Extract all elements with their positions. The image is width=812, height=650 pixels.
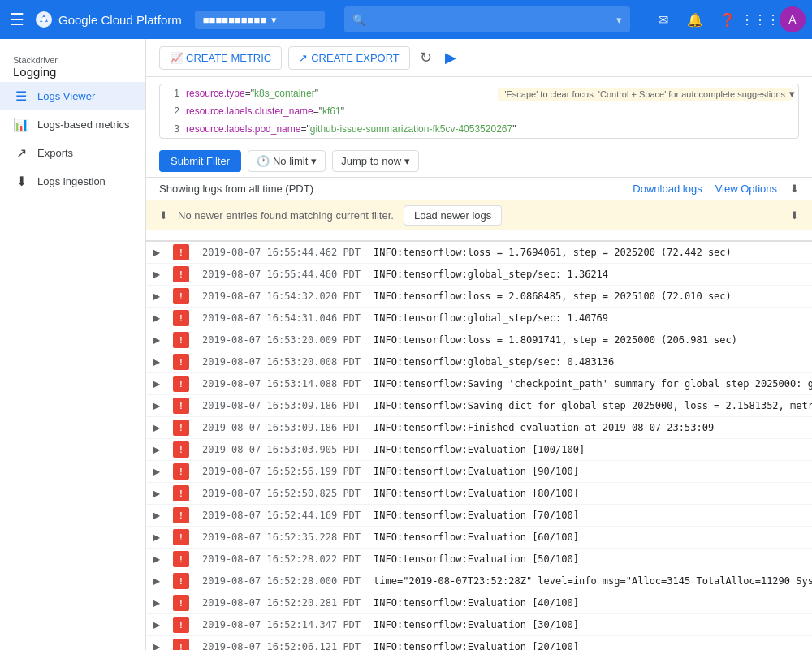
severity-badge: ! [173, 354, 189, 370]
expand-icon[interactable]: ▶ [153, 378, 160, 390]
create-metric-icon: 📈 [170, 52, 183, 64]
expand-icon[interactable]: ▶ [153, 356, 160, 368]
row-expand[interactable]: ▶ [146, 614, 166, 636]
filter-collapse-icon[interactable]: ▾ [789, 88, 795, 100]
expand-icon[interactable]: ▶ [153, 619, 160, 631]
user-avatar[interactable]: A [780, 6, 806, 32]
sidebar-item-logs-viewer[interactable]: ☰ Logs Viewer [0, 82, 145, 110]
create-export-button[interactable]: ↗ CREATE EXPORT [288, 46, 410, 70]
table-row: ▶ ! 2019-08-07 16:52:44.169 PDT INFO:ten… [146, 505, 812, 527]
row-severity: ! [166, 505, 196, 527]
chevron-down-icon: ▾ [311, 155, 317, 167]
row-expand[interactable]: ▶ [146, 636, 166, 651]
row-expand[interactable]: ▶ [146, 527, 166, 549]
row-timestamp: 2019-08-07 16:52:14.347 PDT [196, 614, 367, 636]
expand-icon[interactable]: ▶ [153, 269, 160, 280]
expand-icon[interactable]: ▶ [153, 444, 160, 455]
row-severity: ! [166, 592, 196, 614]
notifications-icon[interactable]: ✉ [650, 6, 676, 32]
project-selector[interactable]: ■■■■■■■■■■ ▾ [195, 11, 325, 29]
expand-icon[interactable]: ▶ [153, 247, 160, 258]
table-row: ▶ ! 2019-08-07 16:53:03.905 PDT INFO:ten… [146, 439, 812, 461]
severity-badge: ! [173, 529, 189, 545]
row-expand[interactable]: ▶ [146, 308, 166, 329]
row-timestamp: 2019-08-07 16:52:50.825 PDT [196, 483, 367, 505]
table-header [146, 230, 812, 241]
row-timestamp: 2019-08-07 16:55:44.462 PDT [196, 241, 367, 264]
filter-line-2: 2 resource.labels.cluster_name="kf61" [160, 102, 798, 120]
submit-filter-button[interactable]: Submit Filter [159, 150, 241, 172]
down-arrow-icon[interactable]: ⬇ [790, 183, 799, 195]
row-timestamp: 2019-08-07 16:52:35.228 PDT [196, 527, 367, 549]
create-metric-button[interactable]: 📈 CREATE METRIC [159, 46, 282, 70]
row-expand[interactable]: ▶ [146, 351, 166, 373]
row-severity: ! [166, 286, 196, 308]
row-timestamp: 2019-08-07 16:53:09.186 PDT [196, 395, 367, 417]
col-header-severity [166, 230, 196, 241]
expand-icon[interactable]: ▶ [153, 510, 160, 521]
row-message: INFO:tensorflow:Finished evaluation at 2… [367, 417, 812, 439]
row-expand[interactable]: ▶ [146, 395, 166, 417]
row-message: INFO:tensorflow:Evaluation [70/100] [367, 505, 812, 527]
row-expand[interactable]: ▶ [146, 439, 166, 461]
load-newer-button[interactable]: Load newer logs [404, 205, 502, 226]
no-limit-select[interactable]: 🕐 No limit ▾ [248, 150, 326, 172]
row-message: INFO:tensorflow:global_step/sec: 0.48313… [367, 351, 812, 373]
row-expand[interactable]: ▶ [146, 483, 166, 505]
expand-icon[interactable]: ▶ [153, 597, 160, 609]
table-row: ▶ ! 2019-08-07 16:55:44.460 PDT INFO:ten… [146, 264, 812, 286]
row-expand[interactable]: ▶ [146, 549, 166, 570]
play-icon[interactable]: ▶ [442, 45, 460, 70]
log-status-actions: Download logs View Options ⬇ [633, 183, 799, 195]
topbar-logo: Google Cloud Platform [34, 10, 182, 29]
view-options-button[interactable]: View Options [715, 183, 777, 195]
help-icon[interactable]: 🔔 [682, 6, 708, 32]
row-timestamp: 2019-08-07 16:52:44.169 PDT [196, 505, 367, 527]
log-table-container: ▶ ! 2019-08-07 16:55:44.462 PDT INFO:ten… [146, 230, 812, 650]
row-expand[interactable]: ▶ [146, 241, 166, 264]
apps-icon[interactable]: ⋮⋮⋮ [747, 6, 773, 32]
sidebar-item-logs-ingestion[interactable]: ⬇ Logs ingestion [0, 167, 145, 196]
expand-icon[interactable]: ▶ [153, 575, 160, 587]
search-dropdown-icon[interactable]: ▾ [616, 14, 622, 26]
expand-icon[interactable]: ▶ [153, 466, 160, 477]
expand-icon[interactable]: ▶ [153, 312, 160, 324]
row-expand[interactable]: ▶ [146, 570, 166, 592]
row-expand[interactable]: ▶ [146, 264, 166, 286]
row-expand[interactable]: ▶ [146, 286, 166, 308]
sidebar-item-logs-metrics[interactable]: 📊 Logs-based metrics [0, 110, 145, 139]
row-severity: ! [166, 373, 196, 395]
search-input[interactable] [370, 14, 616, 26]
app-title: Google Cloud Platform [58, 13, 182, 27]
expand-icon[interactable]: ▶ [153, 553, 160, 565]
help-circle-icon[interactable]: ❓ [715, 6, 741, 32]
row-timestamp: 2019-08-07 16:55:44.460 PDT [196, 264, 367, 286]
expand-icon[interactable]: ▶ [153, 532, 160, 543]
row-expand[interactable]: ▶ [146, 505, 166, 527]
expand-icon[interactable]: ▶ [153, 422, 160, 433]
filter-hint: 'Escape' to clear focus. 'Control + Spac… [498, 88, 792, 101]
table-row: ▶ ! 2019-08-07 16:52:14.347 PDT INFO:ten… [146, 614, 812, 636]
expand-icon[interactable]: ▶ [153, 641, 160, 650]
expand-icon[interactable]: ▶ [153, 291, 160, 302]
expand-icon[interactable]: ▶ [153, 400, 160, 411]
row-expand[interactable]: ▶ [146, 329, 166, 351]
row-severity: ! [166, 549, 196, 570]
jump-to-now-button[interactable]: Jump to now ▾ [332, 150, 419, 172]
row-expand[interactable]: ▶ [146, 417, 166, 439]
refresh-icon[interactable]: ↻ [417, 45, 435, 70]
row-timestamp: 2019-08-07 16:53:20.008 PDT [196, 351, 367, 373]
topbar-icons: ✉ 🔔 ❓ ⋮⋮⋮ A [650, 6, 806, 32]
brand-title: Stackdriver [13, 55, 132, 65]
row-expand[interactable]: ▶ [146, 592, 166, 614]
row-expand[interactable]: ▶ [146, 373, 166, 395]
sidebar-item-exports[interactable]: ↗ Exports [0, 139, 145, 167]
row-expand[interactable]: ▶ [146, 461, 166, 483]
row-message: INFO:tensorflow:Evaluation [40/100] [367, 592, 812, 614]
download-logs-button[interactable]: Download logs [633, 183, 702, 195]
severity-badge: ! [173, 617, 189, 633]
row-severity: ! [166, 483, 196, 505]
menu-icon[interactable]: ☰ [6, 6, 28, 32]
expand-icon[interactable]: ▶ [153, 334, 160, 346]
expand-icon[interactable]: ▶ [153, 488, 160, 499]
